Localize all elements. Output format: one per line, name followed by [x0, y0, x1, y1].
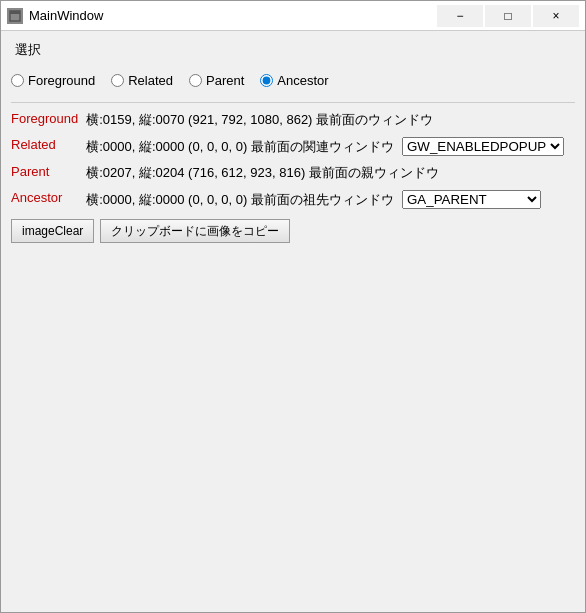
- radio-parent[interactable]: Parent: [189, 73, 244, 88]
- radio-ancestor[interactable]: Ancestor: [260, 73, 328, 88]
- ancestor-value: 横:0000, 縦:0000 (0, 0, 0, 0) 最前面の祖先ウィンドウ …: [86, 188, 575, 211]
- radio-group: Foreground Related Parent Ancestor: [11, 69, 575, 92]
- copy-clipboard-button[interactable]: クリップボードに画像をコピー: [100, 219, 290, 243]
- radio-ancestor-label: Ancestor: [277, 73, 328, 88]
- button-row: imageClear クリップボードに画像をコピー: [11, 219, 575, 243]
- radio-foreground-label: Foreground: [28, 73, 95, 88]
- related-label: Related: [11, 135, 78, 158]
- info-grid: Foreground 横:0159, 縦:0070 (921, 792, 108…: [11, 109, 575, 211]
- title-bar-left: MainWindow: [7, 8, 103, 24]
- separator-1: [11, 102, 575, 103]
- radio-related[interactable]: Related: [111, 73, 173, 88]
- ancestor-label: Ancestor: [11, 188, 78, 211]
- main-window: MainWindow − □ × 選択 Foreground Related: [0, 0, 586, 613]
- ancestor-dropdown[interactable]: GA_PARENT GA_ROOT GA_ROOTOWNER: [402, 190, 541, 209]
- menu-item-select[interactable]: 選択: [11, 39, 45, 61]
- title-bar: MainWindow − □ ×: [1, 1, 585, 31]
- radio-foreground[interactable]: Foreground: [11, 73, 95, 88]
- image-clear-button[interactable]: imageClear: [11, 219, 94, 243]
- maximize-button[interactable]: □: [485, 5, 531, 27]
- title-controls: − □ ×: [437, 5, 579, 27]
- window-title: MainWindow: [29, 8, 103, 23]
- radio-parent-label: Parent: [206, 73, 244, 88]
- foreground-value: 横:0159, 縦:0070 (921, 792, 1080, 862) 最前面…: [86, 109, 575, 131]
- parent-value: 横:0207, 縦:0204 (716, 612, 923, 816) 最前面の…: [86, 162, 575, 184]
- menu-bar: 選択: [11, 39, 575, 61]
- minimize-button[interactable]: −: [437, 5, 483, 27]
- window-icon: [7, 8, 23, 24]
- related-value: 横:0000, 縦:0000 (0, 0, 0, 0) 最前面の関連ウィンドウ …: [86, 135, 575, 158]
- radio-related-label: Related: [128, 73, 173, 88]
- parent-label: Parent: [11, 162, 78, 184]
- svg-rect-1: [10, 11, 20, 14]
- foreground-label: Foreground: [11, 109, 78, 131]
- related-dropdown[interactable]: GW_ENABLEDPOPUP GW_HWNDNEXT GW_HWNDPREV …: [402, 137, 564, 156]
- close-button[interactable]: ×: [533, 5, 579, 27]
- content-area: 選択 Foreground Related Parent Ancestor: [1, 31, 585, 612]
